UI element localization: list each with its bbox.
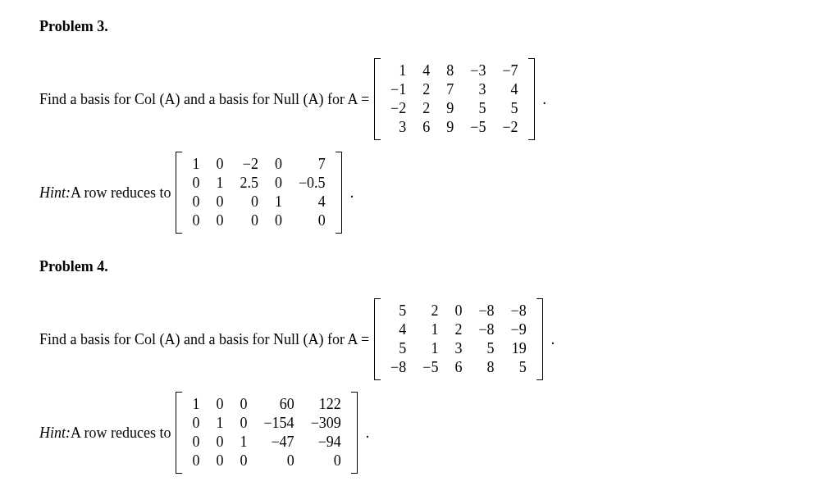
matrix-cell: 60	[255, 395, 302, 414]
matrix-cell: 4	[290, 193, 334, 211]
matrix-row: 001−47−94	[184, 433, 349, 452]
matrix-row: 012.50−0.5	[184, 174, 333, 193]
matrix-row: 00014	[184, 193, 333, 211]
matrix-cell: 3	[446, 339, 470, 358]
problem-title: Problem 4.	[39, 258, 801, 275]
matrix-cell: −309	[303, 414, 349, 433]
hint-line: Hint: A row reduces to10060122010−154−30…	[39, 392, 801, 474]
matrix-reduced-grid: 10060122010−154−309001−47−9400000	[184, 395, 349, 470]
matrix-cell: 1	[208, 414, 231, 433]
matrix-cell: 1	[267, 193, 290, 211]
matrix-cell: 8	[438, 61, 462, 80]
bracket-right	[528, 58, 535, 140]
matrix-cell: 2.5	[231, 174, 267, 193]
matrix-cell: 0	[184, 211, 208, 230]
matrix-cell: 0	[208, 395, 231, 414]
matrix-cell: 2	[414, 302, 446, 320]
matrix-cell: −8	[470, 302, 502, 320]
matrix-row: 520−8−8	[382, 302, 535, 320]
bracket-right	[351, 392, 358, 474]
matrix-cell: −5	[414, 358, 446, 377]
bracket-right	[536, 298, 543, 380]
matrix-cell: 0	[290, 211, 334, 230]
matrix-cell: −1	[382, 80, 414, 99]
period: .	[543, 91, 547, 108]
matrix-cell: 1	[208, 174, 231, 193]
matrix-cell: 4	[382, 320, 414, 339]
matrix-cell: 5	[494, 99, 526, 118]
hint-label: Hint:	[39, 425, 71, 442]
matrix-row: −22955	[382, 99, 526, 118]
matrix-cell: 0	[231, 414, 255, 433]
matrix-row: −12734	[382, 80, 526, 99]
matrix-cell: −9	[503, 320, 535, 339]
matrix-cell: 0	[184, 414, 208, 433]
matrix-cell: 3	[382, 118, 414, 137]
matrix-cell: 0	[303, 452, 349, 470]
matrix-cell: 0	[446, 302, 470, 320]
matrix-cell: 2	[414, 80, 438, 99]
matrix-a-grid: 520−8−8412−8−9513519−8−5685	[382, 302, 535, 377]
matrix-cell: 0	[208, 452, 231, 470]
matrix-cell: 0	[184, 433, 208, 452]
matrix-row: 369−5−2	[382, 118, 526, 137]
matrix-cell: −7	[494, 61, 526, 80]
matrix-cell: 1	[184, 395, 208, 414]
matrix-row: 00000	[184, 452, 349, 470]
matrix-cell: 0	[231, 211, 267, 230]
matrix-cell: 4	[414, 61, 438, 80]
matrix-row: 010−154−309	[184, 414, 349, 433]
matrix-row: 513519	[382, 339, 535, 358]
bracket-right	[336, 152, 342, 234]
matrix-row: 10−207	[184, 155, 333, 174]
hint-line: Hint: A row reduces to10−207012.50−0.500…	[39, 152, 801, 234]
bracket-left	[176, 392, 182, 474]
matrix-cell: 1	[382, 61, 414, 80]
matrix-cell: −5	[462, 118, 494, 137]
problem-title: Problem 3.	[39, 18, 801, 35]
matrix-cell: −94	[303, 433, 349, 452]
problem-section: Problem 3.Find a basis for Col (A) and a…	[39, 18, 801, 234]
matrix-cell: 9	[438, 118, 462, 137]
matrix-cell: 0	[267, 174, 290, 193]
matrix-cell: −0.5	[290, 174, 334, 193]
matrix-cell: 4	[494, 80, 526, 99]
bracket-left	[374, 58, 381, 140]
matrix-cell: 0	[184, 452, 208, 470]
matrix-cell: 5	[503, 358, 535, 377]
matrix-a: 520−8−8412−8−9513519−8−5685	[374, 298, 543, 380]
matrix-cell: −154	[255, 414, 302, 433]
matrix-cell: 0	[231, 193, 267, 211]
matrix-row: 10060122	[184, 395, 349, 414]
period: .	[551, 331, 555, 348]
matrix-cell: 6	[414, 118, 438, 137]
matrix-cell: 6	[446, 358, 470, 377]
matrix-cell: 9	[438, 99, 462, 118]
matrix-cell: 122	[303, 395, 349, 414]
matrix-cell: −8	[382, 358, 414, 377]
matrix-cell: 0	[267, 155, 290, 174]
matrix-cell: 0	[208, 433, 231, 452]
matrix-cell: 5	[382, 302, 414, 320]
matrix-cell: 2	[446, 320, 470, 339]
matrix-cell: 0	[184, 193, 208, 211]
matrix-cell: 2	[414, 99, 438, 118]
matrix-cell: −8	[503, 302, 535, 320]
matrix-cell: 0	[208, 155, 231, 174]
hint-text: A row reduces to	[71, 184, 171, 202]
matrix-row: 00000	[184, 211, 333, 230]
prompt-text: Find a basis for Col (A) and a basis for…	[39, 91, 369, 108]
problem-section: Problem 4.Find a basis for Col (A) and a…	[39, 258, 801, 474]
matrix-cell: 0	[267, 211, 290, 230]
matrix-cell: 3	[462, 80, 494, 99]
matrix-cell: −47	[255, 433, 302, 452]
prompt-line: Find a basis for Col (A) and a basis for…	[39, 58, 801, 140]
matrix-cell: 7	[290, 155, 334, 174]
hint-text: A row reduces to	[71, 425, 171, 442]
bracket-left	[176, 152, 182, 234]
period: .	[366, 425, 370, 442]
matrix-reduced: 10060122010−154−309001−47−9400000	[176, 392, 357, 474]
matrix-reduced: 10−207012.50−0.50001400000	[176, 152, 341, 234]
matrix-cell: 5	[462, 99, 494, 118]
matrix-cell: 1	[184, 155, 208, 174]
